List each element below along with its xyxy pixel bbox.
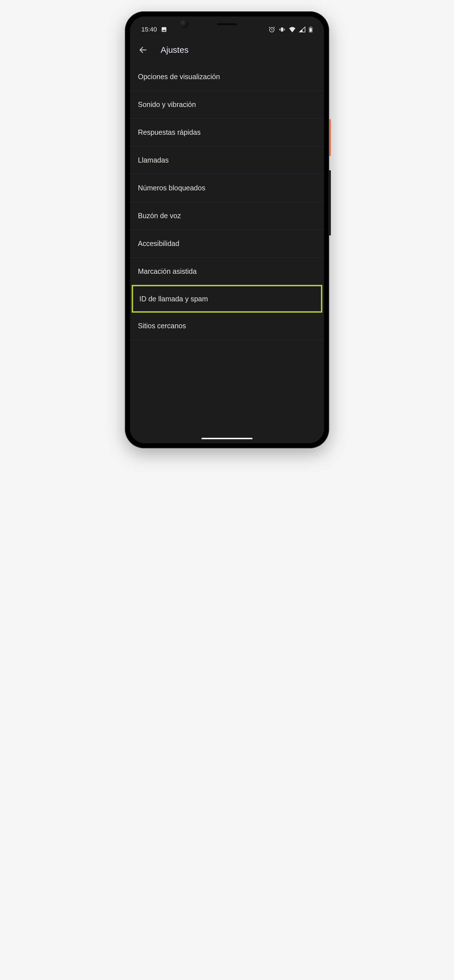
phone-notch <box>217 23 237 25</box>
status-bar-right <box>268 26 313 33</box>
settings-item-calls[interactable]: Llamadas <box>130 146 324 174</box>
status-bar-left: 15:40 <box>141 26 167 33</box>
settings-item-label: Opciones de visualización <box>138 73 220 81</box>
app-bar: Ajustes <box>130 37 324 63</box>
page-title: Ajustes <box>161 45 188 55</box>
settings-item-label: Sitios cercanos <box>138 322 186 330</box>
svg-rect-1 <box>281 27 283 32</box>
battery-icon <box>309 26 313 33</box>
phone-frame: 15:40 <box>125 11 329 448</box>
phone-screen: 15:40 <box>130 16 324 443</box>
settings-item-sound-vibration[interactable]: Sonido y vibración <box>130 91 324 119</box>
picture-icon <box>161 26 167 33</box>
settings-item-label: Accesibilidad <box>138 239 179 248</box>
settings-item-caller-id-spam[interactable]: ID de llamada y spam <box>132 285 322 313</box>
power-button <box>329 119 331 156</box>
signal-icon <box>299 27 305 32</box>
speaker-grille <box>217 23 237 25</box>
status-time: 15:40 <box>141 26 157 33</box>
svg-rect-3 <box>310 27 311 27</box>
settings-item-display-options[interactable]: Opciones de visualización <box>130 63 324 91</box>
back-button[interactable] <box>138 45 148 55</box>
settings-item-accessibility[interactable]: Accesibilidad <box>130 230 324 258</box>
volume-button <box>329 170 331 235</box>
status-bar: 15:40 <box>130 16 324 37</box>
vibrate-icon <box>279 26 285 33</box>
settings-item-voicemail[interactable]: Buzón de voz <box>130 202 324 230</box>
settings-item-label: Marcación asistida <box>138 267 197 275</box>
settings-item-label: ID de llamada y spam <box>139 295 208 303</box>
alarm-icon <box>268 26 275 33</box>
front-camera <box>180 20 188 28</box>
wifi-icon <box>289 27 296 32</box>
settings-item-nearby-places[interactable]: Sitios cercanos <box>130 312 324 340</box>
settings-item-label: Respuestas rápidas <box>138 128 201 137</box>
settings-item-label: Sonido y vibración <box>138 100 196 109</box>
settings-item-label: Buzón de voz <box>138 212 181 220</box>
settings-item-assisted-dialing[interactable]: Marcación asistida <box>130 258 324 285</box>
settings-list: Opciones de visualización Sonido y vibra… <box>130 63 324 340</box>
settings-item-label: Números bloqueados <box>138 184 205 192</box>
svg-rect-4 <box>309 28 312 32</box>
settings-item-label: Llamadas <box>138 156 169 164</box>
settings-item-quick-responses[interactable]: Respuestas rápidas <box>130 119 324 146</box>
home-indicator[interactable] <box>201 438 253 439</box>
settings-item-blocked-numbers[interactable]: Números bloqueados <box>130 174 324 202</box>
